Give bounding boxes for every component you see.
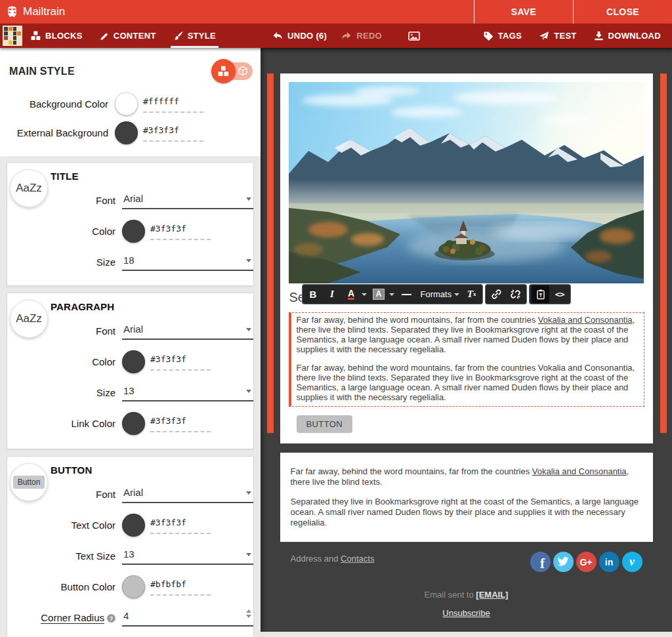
button-color-swatch[interactable] [122,575,145,598]
clear-formatting-button[interactable]: Tx [463,285,480,303]
text-link[interactable]: Vokalia and Consonantia [538,315,633,325]
gallery-button[interactable] [401,24,427,48]
address-line: Address and Contacts [291,552,375,564]
paste-icon [536,289,546,300]
style-mode-toggle[interactable] [213,62,253,80]
paragraph-color-swatch[interactable] [122,350,145,373]
chevron-down-icon [246,328,251,331]
paragraph-color-hex-field[interactable]: #3f3f3f [150,353,211,371]
background-color-swatch[interactable] [115,92,138,115]
tag-icon [483,31,494,41]
paragraph-link-color-swatch[interactable] [122,412,145,435]
button-text-size-select[interactable]: 13 [122,546,253,565]
spinner-down-icon[interactable] [246,615,251,618]
number-spinner[interactable] [246,609,251,618]
button-text-color-label: Text Color [7,520,122,531]
button-color-label: Button Color [7,581,122,592]
undo-button[interactable]: UNDO (6) [265,24,334,48]
blocks-mode-circle [211,59,236,83]
external-background-row: External Background #3f3f3f [0,118,261,147]
italic-button[interactable]: I [324,285,341,303]
block-selection-bar-right [660,73,667,433]
paragraph-link-color-hex-field[interactable]: #3f3f3f [150,415,211,432]
blocks-mode-icon [218,66,229,77]
contacts-link[interactable]: Contacts [341,554,374,564]
close-button[interactable]: CLOSE [573,0,672,24]
paragraph: Separated they live in Bookmarksgrove ri… [291,497,642,528]
paragraph-font-select[interactable]: Arial [122,321,253,340]
twitter-icon[interactable] [553,552,574,572]
email-button[interactable]: BUTTON [297,415,353,433]
formats-dropdown[interactable]: Formats [417,285,453,303]
vimeo-icon[interactable]: v [622,552,642,572]
external-background-label: External Background [0,127,115,138]
facebook-icon[interactable]: f [530,552,551,572]
title-color-swatch[interactable] [122,220,145,243]
insert-link-button[interactable] [488,285,505,303]
corner-radius-input[interactable]: 4 [122,608,253,627]
paragraph: Far far away, behind the word mountains,… [297,363,639,402]
remove-link-button[interactable] [507,285,524,303]
chevron-down-icon[interactable] [362,293,367,296]
paragraph-link-color-label: Link Color [7,418,122,429]
highlight-color-button[interactable]: A [370,285,388,303]
paragraph-style-badge: AaZz [10,300,48,338]
paragraph: Far far away, behind the word mountains,… [297,315,639,354]
button-text-color-hex-field[interactable]: #3f3f3f [150,516,211,534]
spinner-up-icon[interactable] [246,609,251,613]
title-color-hex-field[interactable]: #3f3f3f [150,222,211,240]
tab-content[interactable]: CONTENT [91,24,165,48]
background-color-row: Background Color #ffffff [0,89,261,118]
email-main-block[interactable]: Se B I A A Formats [280,73,653,443]
chevron-down-icon[interactable] [389,293,394,296]
button-style-card: Button BUTTON Font Arial Text Color #3f3… [7,456,254,637]
hero-image[interactable] [289,82,644,283]
paragraph-style-card: AaZz PARAGRAPH Font Arial Color #3f3f3f … [7,293,254,449]
linkedin-icon[interactable]: in [599,552,620,572]
email-text-block[interactable]: Far far away, behind the word mountains,… [280,453,653,542]
horizontal-rule-button[interactable] [398,285,415,303]
title-size-select[interactable]: 18 [122,253,253,271]
pencil-icon [100,31,109,41]
external-background-swatch[interactable] [115,121,138,144]
google-plus-icon[interactable]: G+ [576,552,597,572]
tags-button[interactable]: TAGS [474,24,530,48]
test-button[interactable]: TEST [530,24,585,48]
tab-blocks[interactable]: BLOCKS [22,24,91,48]
paste-as-text-button[interactable] [532,285,549,303]
chevron-down-icon[interactable] [454,293,459,296]
editable-text-block[interactable]: Far far away, behind the word mountains,… [289,312,644,407]
text-link[interactable]: Vokalia and Consonantia [532,466,627,476]
horizontal-rule-icon [402,294,411,295]
redo-button[interactable]: REDO [334,24,389,48]
utility-button-group: <> [529,284,571,304]
chevron-down-icon [246,553,251,556]
background-color-hex-field[interactable]: #ffffff [143,95,203,113]
email-link[interactable]: [EMAIL] [476,590,508,600]
title-style-badge: AaZz [10,169,48,207]
external-background-hex-field[interactable]: #3f3f3f [143,124,203,142]
unsubscribe-link[interactable]: Unsubscribe [442,608,490,618]
corner-radius-label: Corner Radius? [7,612,122,623]
help-icon[interactable]: ? [107,614,116,623]
chevron-down-icon [246,390,251,393]
sent-to-line: Email sent to [EMAIL] [280,590,653,600]
text-color-button[interactable]: A [343,285,360,303]
link-button-group [485,284,527,304]
button-font-select[interactable]: Arial [122,485,253,503]
block-selection-bar-left [267,73,274,433]
text-editor-toolbar: B I A A Formats Tx [302,284,572,304]
paragraph-size-select[interactable]: 13 [122,383,253,401]
style-panel: MAIN STYLE Background Color #ffffff Exte… [0,48,261,637]
app-brand[interactable]: Mailtrain [0,0,65,24]
source-code-button[interactable]: <> [551,285,568,303]
button-text-color-swatch[interactable] [122,514,145,537]
paragraph-size-label: Size [7,387,122,398]
download-button[interactable]: DOWNLOAD [585,24,672,48]
panel-title: MAIN STYLE [9,66,75,77]
save-button[interactable]: SAVE [474,0,573,24]
button-color-hex-field[interactable]: #bfbfbf [150,578,211,596]
bold-button[interactable]: B [304,285,322,303]
tab-style[interactable]: STYLE [165,24,224,48]
title-font-select[interactable]: Arial [122,191,253,209]
